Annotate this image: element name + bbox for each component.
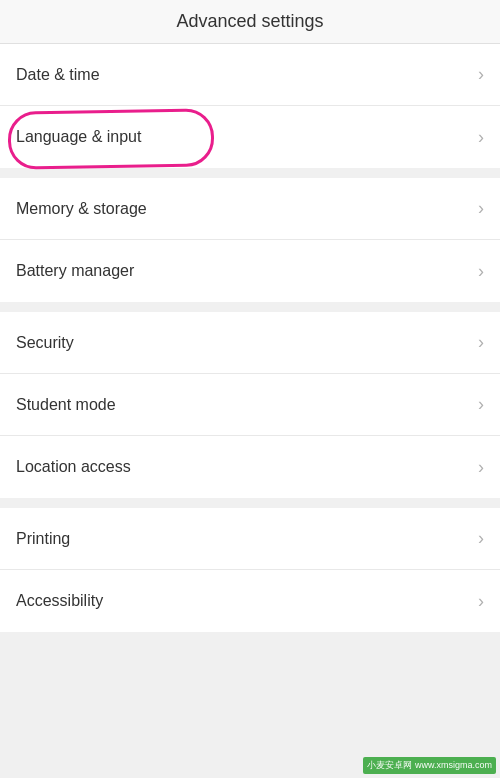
- divider-3: [0, 498, 500, 508]
- chevron-icon: ›: [478, 198, 484, 219]
- chevron-icon: ›: [478, 332, 484, 353]
- chevron-icon: ›: [478, 591, 484, 612]
- section-memory-battery: Memory & storage › Battery manager ›: [0, 178, 500, 302]
- settings-item-location-access[interactable]: Location access ›: [0, 436, 500, 498]
- section-printing: Printing › Accessibility ›: [0, 508, 500, 632]
- chevron-icon: ›: [478, 394, 484, 415]
- accessibility-label: Accessibility: [16, 592, 103, 610]
- settings-container: Date & time › Language & input › Memory …: [0, 44, 500, 632]
- battery-manager-label: Battery manager: [16, 262, 134, 280]
- chevron-icon: ›: [478, 528, 484, 549]
- chevron-icon: ›: [478, 127, 484, 148]
- page-title: Advanced settings: [176, 11, 323, 32]
- chevron-icon: ›: [478, 64, 484, 85]
- memory-storage-label: Memory & storage: [16, 200, 147, 218]
- settings-item-student-mode[interactable]: Student mode ›: [0, 374, 500, 436]
- security-label: Security: [16, 334, 74, 352]
- section-security: Security › Student mode › Location acces…: [0, 312, 500, 498]
- chevron-icon: ›: [478, 261, 484, 282]
- settings-item-security[interactable]: Security ›: [0, 312, 500, 374]
- page-header: Advanced settings: [0, 0, 500, 44]
- settings-item-memory-storage[interactable]: Memory & storage ›: [0, 178, 500, 240]
- location-access-label: Location access: [16, 458, 131, 476]
- language-item-wrapper: Language & input ›: [0, 106, 500, 168]
- divider-2: [0, 302, 500, 312]
- divider-1: [0, 168, 500, 178]
- student-mode-label: Student mode: [16, 396, 116, 414]
- watermark: 小麦安卓网 www.xmsigma.com: [363, 757, 496, 774]
- settings-item-language-input[interactable]: Language & input ›: [0, 106, 500, 168]
- settings-item-accessibility[interactable]: Accessibility ›: [0, 570, 500, 632]
- settings-item-battery-manager[interactable]: Battery manager ›: [0, 240, 500, 302]
- settings-item-date-time[interactable]: Date & time ›: [0, 44, 500, 106]
- date-time-label: Date & time: [16, 66, 100, 84]
- section-datetime-language: Date & time › Language & input ›: [0, 44, 500, 168]
- settings-item-printing[interactable]: Printing ›: [0, 508, 500, 570]
- language-input-label: Language & input: [16, 128, 141, 146]
- printing-label: Printing: [16, 530, 70, 548]
- chevron-icon: ›: [478, 457, 484, 478]
